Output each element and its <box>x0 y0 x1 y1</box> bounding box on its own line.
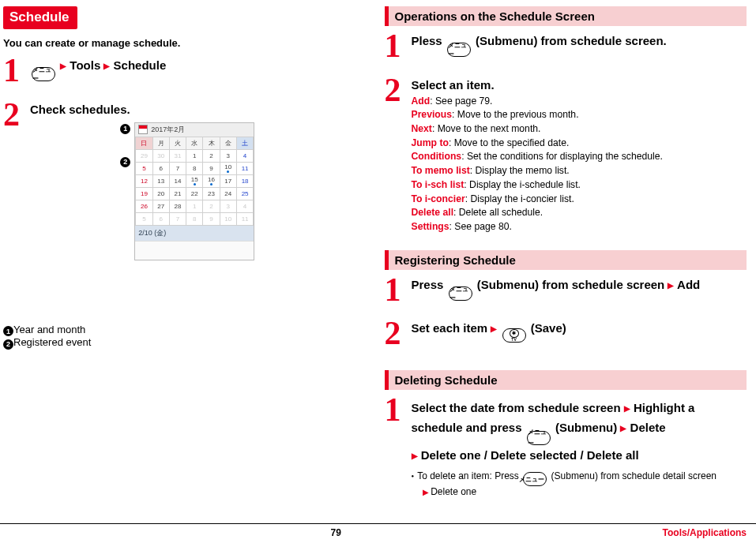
calendar-month-label: 2017年2月 <box>151 125 185 135</box>
step2-title: Select an item. <box>412 78 747 92</box>
menu-key-icon: メニュー <box>447 43 471 57</box>
calendar-grid: 日月火水木金土 29303112345678910111213141516171… <box>135 137 254 226</box>
submenu-item-list: Add: See page 79.Previous: Move to the p… <box>412 95 747 234</box>
step-text: Select the date from schedule screen <box>412 401 624 414</box>
step-number-2: 2 <box>3 101 24 129</box>
step-text: (Submenu) from schedule screen <box>477 278 668 291</box>
calendar-selected-date: 2/10 (金) <box>135 226 254 241</box>
step-text: (Save) <box>531 321 566 335</box>
step-number-1: 1 <box>385 32 405 61</box>
legend-marker-1: 1 <box>3 326 13 336</box>
subheading-operations: Operations on the Schedule Screen <box>385 6 747 26</box>
step-number-1: 1 <box>3 57 24 85</box>
nav-segment-schedule: Schedule <box>114 58 167 72</box>
step-number-2: 2 <box>385 77 405 105</box>
step-text: Delete <box>630 421 666 434</box>
intro-text: You can create or manage schedule. <box>3 37 366 49</box>
menu-key-icon: メニュー <box>32 67 55 81</box>
step-text: schedule and press <box>412 421 525 434</box>
section-heading-schedule: Schedule <box>3 6 77 29</box>
calendar-app-icon <box>138 125 148 134</box>
step-text: (Submenu) <box>555 421 621 434</box>
calendar-screenshot: 1 2 2017年2月 日月火水木金土 29303112345678910111… <box>134 122 261 260</box>
arrow-icon: ▶ <box>423 488 429 496</box>
menu-key-icon: メニュー <box>449 286 472 301</box>
step-number-2: 2 <box>385 320 405 348</box>
step2-title: Check schedules. <box>30 103 366 116</box>
step-text: Press <box>412 278 447 291</box>
callout-2-icon: 2 <box>120 157 130 167</box>
arrow-icon: ▶ <box>624 404 630 413</box>
step-text: (Submenu) from schedule screen. <box>476 34 667 47</box>
legend-label-1: Year and month <box>13 324 85 335</box>
step-number-1: 1 <box>385 276 405 305</box>
section-footer-label: Tools/Applications <box>663 527 747 538</box>
callout-1-icon: 1 <box>120 124 130 134</box>
step-text: Add <box>677 278 700 291</box>
menu-key-icon: メニュー <box>527 431 551 445</box>
arrow-icon: ▶ <box>668 281 674 290</box>
nav-segment-tools: Tools <box>70 58 100 72</box>
tv-key-icon: ✱TV <box>502 328 526 343</box>
menu-key-icon: メニュー <box>523 472 547 486</box>
step-number-1: 1 <box>385 396 405 425</box>
step-text: Highlight a <box>634 401 695 414</box>
page-number: 79 <box>9 527 663 538</box>
subheading-deleting: Deleting Schedule <box>385 370 747 390</box>
arrow-icon: ▶ <box>412 451 418 460</box>
legend-marker-2: 2 <box>3 339 13 350</box>
subheading-registering: Registering Schedule <box>385 250 747 270</box>
step-text: Pless <box>412 34 446 47</box>
step-text: Set each item <box>412 321 491 335</box>
arrow-icon: ▶ <box>103 62 110 70</box>
delete-note: ●To delete an item: Press メニュー (Submenu)… <box>412 470 747 498</box>
arrow-icon: ▶ <box>491 324 497 333</box>
legend-label-2: Registered event <box>13 336 91 348</box>
arrow-icon: ▶ <box>60 62 66 70</box>
step-text: Delete one / Delete selected / Delete al… <box>421 448 639 462</box>
arrow-icon: ▶ <box>620 424 626 433</box>
